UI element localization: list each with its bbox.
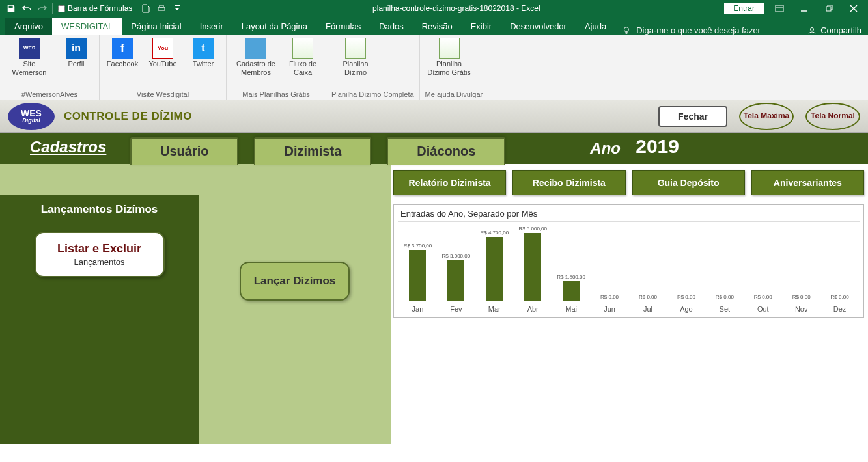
chart-bar-dez: R$ 0,00Dez (821, 224, 858, 313)
save-icon[interactable] (5, 3, 17, 14)
chart-bar-nov: R$ 0,00Nov (783, 224, 820, 313)
ribbon-group-label: Me ajuda Divulgar (425, 89, 483, 98)
tab-wesdigital[interactable]: WESDIGITAL (52, 18, 122, 35)
tab-desenvolvedor[interactable]: Desenvolvedor (501, 18, 576, 35)
ribbon-planilha-d-zimo[interactable]: Planilha Dízimo (331, 38, 380, 76)
svg-rect-0 (158, 7, 165, 10)
recibo-dizimista-button[interactable]: Recibo Dizimista (512, 170, 625, 195)
chart-bar-fev: R$ 3.000,00Fev (438, 224, 475, 313)
fechar-button[interactable]: Fechar (658, 106, 727, 127)
facebook-icon: f (112, 38, 133, 59)
tab-revis-o[interactable]: Revisão (413, 18, 462, 35)
listar-excluir-button[interactable]: Listar e Excluir Lançamentos (35, 232, 165, 277)
ribbon-group-label: Visite Wesdigital (105, 89, 221, 98)
tela-maxima-button[interactable]: Tela Maxima (739, 103, 794, 130)
tela-normal-button[interactable]: Tela Normal (805, 103, 860, 130)
tab-dados[interactable]: Dados (370, 18, 413, 35)
restore-icon[interactable] (820, 2, 838, 15)
tab-p-gina-inicial[interactable]: Página Inicial (122, 18, 190, 35)
twitter-icon: t (193, 38, 214, 59)
chart-bar-mar: R$ 4.700,00Mar (476, 224, 513, 313)
tab-exibir[interactable]: Exibir (462, 18, 501, 35)
tab-di-conos[interactable]: Diáconos (387, 137, 505, 165)
svg-rect-1 (160, 5, 163, 7)
relat-rio-dizimista-button[interactable]: Relatório Dizimista (393, 170, 506, 195)
cadastro-de-membros-icon (245, 38, 266, 59)
window-title: planilha-controle-dizimo-gratis-18022018… (188, 4, 724, 13)
tab-f-rmulas[interactable]: Fórmulas (316, 18, 370, 35)
ribbon-group-label: Mais Planilhas Grátis (232, 89, 320, 98)
lancar-dizimos-button[interactable]: Lançar Dizimos (240, 262, 350, 301)
ano-value: 2019 (636, 135, 679, 157)
fluxo-de-caixa-icon (292, 38, 313, 59)
ribbon-twitter[interactable]: tTwitter (186, 38, 221, 68)
wes-logo: WES Digital (8, 103, 55, 130)
chart-bar-abr: R$ 5.000,00Abr (514, 224, 552, 313)
chart-bar-out: R$ 0,00Out (744, 224, 781, 313)
tab-layout-da-p-gina[interactable]: Layout da Página (232, 18, 316, 35)
chart-bar-jun: R$ 0,00Jun (591, 224, 628, 313)
ribbon-group-label: Planilha Dízimo Completa (331, 89, 414, 98)
share-icon (807, 26, 817, 35)
chart-bar-jan: R$ 3.750,00Jan (399, 224, 436, 313)
tab-inserir[interactable]: Inserir (191, 18, 232, 35)
close-icon[interactable] (845, 2, 863, 15)
tell-me-search[interactable]: Diga-me o que você deseja fazer (622, 25, 761, 35)
lancamentos-title: Lançamentos Dizímos (14, 203, 184, 216)
ribbon-fluxo-de-caixa[interactable]: Fluxo de Caixa (285, 38, 320, 76)
tab-file[interactable]: Arquivo (5, 18, 52, 35)
share-button[interactable]: Compartilh (807, 25, 868, 35)
ribbon-planilha-d-zimo-gr-tis[interactable]: Planilha Dízimo Grátis (425, 38, 473, 76)
svg-point-7 (811, 27, 814, 31)
svg-point-6 (624, 27, 629, 31)
tab-usu-rio[interactable]: Usuário (130, 137, 238, 165)
ribbon-site-wemerson[interactable]: WESSite Wemerson (5, 38, 53, 76)
cadastros-heading[interactable]: Cadastros (30, 138, 106, 156)
redo-icon[interactable] (36, 3, 48, 14)
aniversariantes-button[interactable]: Aniversariantes (751, 170, 864, 195)
guia-dep-sito-button[interactable]: Guia Depósito (632, 170, 745, 195)
ribbon-group-label: #WemersonAlves (5, 89, 94, 98)
chart-bar-set: R$ 0,00Set (706, 224, 743, 313)
formula-bar-label: Barra de Fórmulas (68, 4, 132, 13)
undo-icon[interactable] (21, 3, 33, 14)
planilha-d-zimo-gr-tis-icon (439, 38, 460, 59)
ribbon-display-icon[interactable] (770, 2, 789, 15)
perfil-icon: in (66, 38, 87, 59)
new-file-icon[interactable] (140, 3, 152, 14)
formula-bar-toggle[interactable]: Barra de Fórmulas (58, 4, 132, 13)
qat-customize-icon[interactable] (171, 3, 183, 14)
lightbulb-icon (622, 26, 631, 35)
ribbon-cadastro-de-membros[interactable]: Cadastro de Membros (232, 38, 280, 76)
youtube-icon: You (152, 38, 173, 59)
svg-rect-2 (776, 5, 783, 12)
tab-dizimista[interactable]: Dizimista (254, 137, 371, 165)
quick-print-icon[interactable] (156, 3, 167, 14)
sign-in-button[interactable]: Entrar (724, 3, 764, 14)
page-title: CONTROLE DE DÍZIMO (64, 110, 192, 123)
chart-entradas-ano: Entradas do Ano, Separado por Mês R$ 3.7… (393, 204, 864, 318)
chart-bar-mai: R$ 1.500,00Mai (553, 224, 590, 313)
ano-label: Ano (590, 139, 621, 157)
chart-bar-ago: R$ 0,00Ago (667, 224, 705, 313)
chart-title: Entradas do Ano, Separado por Mês (398, 208, 860, 222)
minimize-icon[interactable] (795, 2, 813, 15)
tab-ajuda[interactable]: Ajuda (576, 18, 615, 35)
svg-rect-5 (826, 7, 831, 11)
ribbon-facebook[interactable]: fFacebook (105, 38, 140, 68)
planilha-d-zimo-icon (345, 38, 366, 59)
ribbon-youtube[interactable]: YouYouTube (145, 38, 180, 68)
site-wemerson-icon: WES (19, 38, 40, 59)
ribbon-perfil[interactable]: inPerfil (59, 38, 94, 68)
chart-bar-jul: R$ 0,00Jul (630, 224, 667, 313)
